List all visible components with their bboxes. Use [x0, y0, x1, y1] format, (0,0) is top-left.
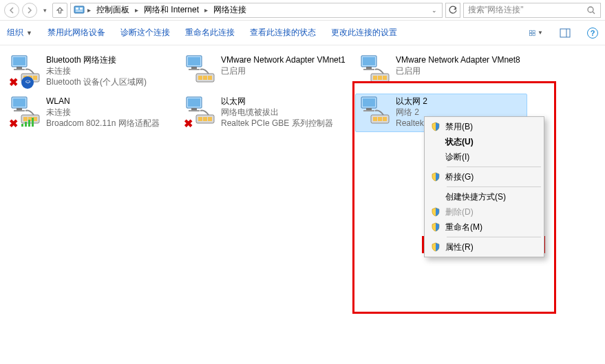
adapter-icon: ✖⌔ [9, 54, 43, 89]
adapter-device: Bluetooth 设备(个人区域网) [46, 76, 147, 87]
context-menu-label: 创建快捷方式(S) [445, 191, 537, 203]
context-menu-item[interactable]: 属性(R) [426, 239, 542, 255]
adapter-name: 以太网 [221, 96, 333, 107]
context-menu-label: 属性(R) [445, 242, 537, 253]
adapter-status: 未连接 [46, 65, 147, 76]
bluetooth-icon: ⌔ [21, 76, 34, 89]
svg-rect-9 [533, 33, 535, 35]
context-menu-item[interactable]: 创建快捷方式(S) [426, 189, 542, 204]
svg-rect-8 [530, 33, 532, 35]
context-menu-label: 桥接(G) [445, 171, 537, 183]
context-menu-label: 诊断(I) [445, 151, 537, 163]
context-menu-item[interactable]: 重命名(M) [426, 220, 542, 235]
context-menu-item: 删除(D) [426, 204, 542, 220]
adapter-device: Broadcom 802.11n 网络适配器 [46, 118, 160, 129]
help-button[interactable]: ? [587, 28, 598, 39]
svg-rect-2 [80, 8, 83, 10]
signal-bars-icon [21, 117, 36, 130]
adapter-item[interactable]: ✖以太网网络电缆被拔出Realtek PCIe GBE 系列控制器 [180, 94, 352, 132]
search-icon [586, 6, 596, 15]
refresh-button[interactable] [445, 3, 460, 18]
adapter-icon [184, 54, 218, 89]
cmd-disable-device[interactable]: 禁用此网络设备 [47, 27, 105, 39]
preview-pane-button[interactable] [558, 26, 572, 40]
adapter-item[interactable]: ✖⌔Bluetooth 网络连接未连接Bluetooth 设备(个人区域网) [6, 52, 178, 91]
svg-rect-6 [530, 30, 532, 32]
adapter-item[interactable]: VMware Network Adapter VMnet1已启用 [180, 52, 352, 91]
chevron-right-icon: ▸ [86, 6, 92, 14]
adapter-status: 网络电缆被拔出 [221, 107, 333, 118]
adapter-icon [359, 96, 393, 130]
adapter-item[interactable]: ✖WLAN未连接Broadcom 802.11n 网络适配器 [6, 94, 178, 132]
svg-rect-15 [32, 118, 34, 127]
up-button[interactable] [52, 3, 67, 18]
breadcrumb-segment[interactable]: 网络和 Internet [141, 4, 202, 16]
forward-button[interactable] [22, 3, 37, 18]
shield-icon [426, 207, 445, 217]
adapter-text: WLAN未连接Broadcom 802.11n 网络适配器 [43, 96, 160, 130]
shield-icon [426, 122, 445, 131]
adapter-device: Realtek [396, 118, 427, 129]
error-x-icon: ✖ [9, 117, 18, 130]
content-pane: ✖⌔Bluetooth 网络连接未连接Bluetooth 设备(个人区域网)VM… [0, 45, 605, 139]
chevron-right-icon: ▸ [134, 6, 140, 14]
chevron-down-icon: ▼ [26, 30, 32, 36]
cmd-diagnose[interactable]: 诊断这个连接 [120, 27, 170, 39]
shield-icon [426, 222, 445, 232]
context-menu-label: 删除(D) [445, 206, 537, 218]
cmd-view-status[interactable]: 查看此连接的状态 [250, 27, 316, 39]
adapter-name: WLAN [46, 96, 160, 107]
back-button[interactable] [4, 3, 19, 18]
svg-point-4 [588, 7, 593, 12]
adapter-device: Realtek PCIe GBE 系列控制器 [221, 118, 333, 129]
chevron-right-icon: ▸ [203, 6, 209, 14]
adapter-status: 未连接 [46, 107, 160, 118]
adapter-text: Bluetooth 网络连接未连接Bluetooth 设备(个人区域网) [43, 54, 147, 89]
context-menu-item[interactable]: 禁用(B) [426, 119, 542, 134]
svg-rect-10 [560, 29, 570, 37]
shield-icon [426, 242, 445, 252]
address-path[interactable]: ▸ 控制面板 ▸ 网络和 Internet ▸ 网络连接 ⌄ [70, 3, 443, 18]
adapter-icon: ✖ [9, 96, 43, 130]
adapter-text: 以太网网络电缆被拔出Realtek PCIe GBE 系列控制器 [218, 96, 333, 130]
search-box[interactable]: 搜索"网络连接" [463, 3, 601, 18]
context-menu: 禁用(B)状态(U)诊断(I)桥接(G)创建快捷方式(S)删除(D)重命名(M)… [424, 116, 544, 257]
breadcrumb-segment[interactable]: 控制面板 [94, 4, 132, 16]
adapter-item[interactable]: VMware Network Adapter VMnet8已启用 [355, 52, 527, 91]
adapter-status: 网络 2 [396, 107, 427, 118]
adapter-name: Bluetooth 网络连接 [46, 54, 147, 65]
error-x-icon: ✖ [9, 76, 18, 89]
context-menu-label: 重命名(M) [445, 222, 537, 233]
adapter-text: VMware Network Adapter VMnet8已启用 [393, 54, 520, 89]
breadcrumb-segment[interactable]: 网络连接 [211, 4, 249, 16]
chevron-down-icon: ▼ [538, 30, 543, 36]
svg-rect-12 [21, 124, 23, 127]
adapter-icon [359, 54, 393, 89]
cmd-rename[interactable]: 重命名此连接 [185, 27, 235, 39]
search-placeholder: 搜索"网络连接" [468, 4, 586, 16]
command-bar: 组织 ▼ 禁用此网络设备 诊断这个连接 重命名此连接 查看此连接的状态 更改此连… [0, 21, 605, 45]
svg-rect-1 [76, 8, 78, 10]
cmd-change-settings[interactable]: 更改此连接的设置 [331, 27, 397, 39]
address-dropdown[interactable]: ⌄ [429, 7, 439, 14]
context-menu-label: 状态(U) [445, 136, 537, 148]
adapter-status: 已启用 [221, 65, 346, 76]
svg-rect-14 [28, 120, 30, 127]
context-menu-item[interactable]: 桥接(G) [426, 169, 542, 184]
address-bar: ▾ ▸ 控制面板 ▸ 网络和 Internet ▸ 网络连接 ⌄ 搜索"网络连接… [0, 0, 605, 21]
context-menu-label: 禁用(B) [445, 121, 537, 133]
svg-rect-13 [25, 122, 27, 127]
organize-button[interactable]: 组织 ▼ [7, 27, 32, 39]
adapter-icon: ✖ [184, 96, 218, 130]
recent-locations-button[interactable]: ▾ [40, 4, 50, 17]
shield-icon [426, 172, 445, 182]
context-menu-item[interactable]: 状态(U) [426, 134, 542, 149]
context-menu-item[interactable]: 诊断(I) [426, 149, 542, 164]
svg-rect-7 [533, 30, 535, 32]
adapter-text: VMware Network Adapter VMnet1已启用 [218, 54, 346, 89]
adapter-name: VMware Network Adapter VMnet1 [221, 54, 346, 65]
control-panel-icon [74, 5, 85, 16]
view-dropdown[interactable]: ▼ [529, 26, 543, 40]
svg-rect-3 [76, 10, 83, 12]
adapter-name: VMware Network Adapter VMnet8 [396, 54, 520, 65]
